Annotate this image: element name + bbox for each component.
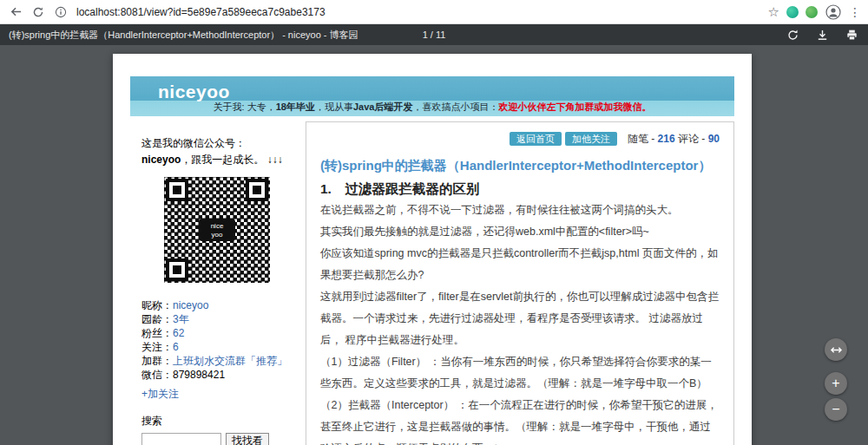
- page-indicator: 1 / 11: [423, 29, 446, 40]
- wechat-intro: 这是我的微信公众号：niceyoo，跟我一起成长。 ↓↓↓: [141, 135, 292, 168]
- qr-code-image: nice yoo: [161, 173, 273, 286]
- print-icon[interactable]: [844, 27, 859, 43]
- extension-icon-1[interactable]: [786, 6, 799, 18]
- profile-row: 粉丝：62: [141, 326, 292, 340]
- stat-part[interactable]: 90: [708, 133, 720, 145]
- document-page: niceyoo 关于我: 大专，18年毕业，现从事Java后端开发，喜欢搞点小项…: [113, 54, 752, 445]
- svg-text:nice: nice: [210, 222, 223, 230]
- profile-row: 园龄：3年: [141, 312, 292, 326]
- intro-text-part: ，跟我一起成长。: [181, 154, 264, 166]
- page-body: 这是我的微信公众号：niceyoo，跟我一起成长。 ↓↓↓: [130, 116, 734, 445]
- profile-label: 昵称：: [141, 299, 173, 311]
- about-text-part: 欢迎小伙伴左下角加群或加我微信。: [498, 101, 651, 112]
- profile-avatar-icon[interactable]: [825, 3, 842, 21]
- fit-page-button[interactable]: [825, 338, 847, 361]
- post-meta-row: 返回首页加他关注 随笔 - 216 评论 - 90: [320, 131, 720, 147]
- profile-value: 879898421: [173, 369, 225, 381]
- about-line: 关于我: 大专，18年毕业，现从事Java后端开发，喜欢搞点小项目：欢迎小伙伴左…: [130, 101, 734, 114]
- pdf-document-title: (转)spring中的拦截器（HandlerInterceptor+Method…: [9, 29, 358, 42]
- about-text-part: Java后端开发: [353, 101, 412, 112]
- about-text-part: 关于我: 大专，: [214, 101, 276, 112]
- back-icon[interactable]: [7, 3, 24, 21]
- about-text-part: ，喜欢搞点小项目：: [412, 101, 498, 112]
- profile-value[interactable]: 3年: [173, 313, 189, 325]
- profile-row: 昵称：niceyoo: [141, 298, 292, 312]
- paragraph: 其实我们最先接触的就是过滤器，还记得web.xml中配置的<filter>吗~: [320, 221, 720, 243]
- post-content: 1. 过滤器跟拦截器的区别在说拦截器之前，不得不说一下过滤器，有时候往往被这两个…: [320, 180, 720, 445]
- nav-buttons: 返回首页加他关注: [510, 132, 617, 146]
- paragraph: （2）拦截器（Interceptor） ：在一个流程正在进行的时候，你希望干预它…: [320, 395, 720, 445]
- search-button[interactable]: 找找看: [226, 433, 269, 445]
- profile-label: 关注：: [141, 341, 173, 353]
- profile-row: 微信：879898421: [141, 368, 292, 382]
- follow-link[interactable]: +加关注: [141, 387, 179, 402]
- zoom-out-button[interactable]: −: [825, 398, 847, 421]
- profile-label: 园龄：: [141, 313, 173, 325]
- stat-part[interactable]: 216: [658, 133, 675, 145]
- extension-icon-2[interactable]: [806, 6, 818, 18]
- browser-chrome-bar: localhost:8081/view?id=5e89e7a589eeca7c9…: [0, 0, 868, 24]
- profile-label: 加群：: [141, 355, 173, 367]
- post-title[interactable]: (转)spring中的拦截器（HandlerInterceptor+Method…: [320, 157, 720, 173]
- about-text-part: ，现从事: [315, 101, 353, 112]
- profile-value[interactable]: 上班划水交流群「推荐」: [173, 355, 287, 367]
- paragraph: 在说拦截器之前，不得不说一下过滤器，有时候往往被这两个词搞的头大。: [320, 200, 720, 221]
- search-input[interactable]: [141, 433, 221, 445]
- profile-value[interactable]: 6: [173, 341, 179, 353]
- pdf-toolbar: (转)spring中的拦截器（HandlerInterceptor+Method…: [0, 24, 868, 45]
- site-header: niceyoo 关于我: 大专，18年毕业，现从事Java后端开发，喜欢搞点小项…: [130, 76, 734, 116]
- paragraph: 你应该知道spring mvc的拦截器是只拦截controller而不拦截jsp…: [320, 243, 720, 286]
- chrome-right-controls: ☆ ⋮: [768, 3, 861, 21]
- bookmark-star-icon[interactable]: ☆: [768, 5, 779, 18]
- download-icon[interactable]: [814, 27, 830, 43]
- profile-row: 加群：上班划水交流群「推荐」: [141, 354, 292, 368]
- intro-text-part: niceyoo: [141, 154, 181, 166]
- url-text[interactable]: localhost:8081/view?id=5e89e7a589eeca7c9…: [76, 6, 326, 18]
- menu-kebab-icon[interactable]: ⋮: [849, 5, 861, 19]
- header-nav-button[interactable]: 返回首页: [510, 132, 562, 146]
- profile-row: 关注：6: [141, 340, 292, 354]
- stat-part: 评论 -: [675, 133, 708, 145]
- profile-label: 微信：: [141, 369, 173, 381]
- paragraph: （1）过滤器（Filter） ：当你有一堆东西的时候，你只希望选择符合你要求的某…: [320, 351, 720, 395]
- zoom-in-button[interactable]: +: [825, 372, 847, 395]
- pdf-viewer-area: niceyoo 关于我: 大专，18年毕业，现从事Java后端开发，喜欢搞点小项…: [0, 45, 868, 445]
- sidebar: 这是我的微信公众号：niceyoo，跟我一起成长。 ↓↓↓: [130, 116, 300, 445]
- pdf-toolbar-actions: [785, 27, 859, 43]
- intro-text-part: 这是我的微信公众号：: [141, 137, 246, 149]
- about-text-part: 18年毕业: [276, 101, 315, 112]
- paragraph: 这就用到过滤器filter了，filter是在servlet前执行的，你也可以理…: [320, 286, 720, 351]
- intro-text-part: ↓↓↓: [264, 154, 282, 166]
- search-section-title: 搜索: [141, 414, 292, 429]
- profile-value[interactable]: 62: [173, 327, 184, 339]
- site-info-icon[interactable]: [52, 3, 69, 21]
- site-logo[interactable]: niceyoo: [158, 82, 230, 102]
- svg-text:yoo: yoo: [211, 231, 222, 239]
- profile-label: 粉丝：: [141, 327, 173, 339]
- refresh-icon[interactable]: [30, 3, 47, 21]
- header-nav-button[interactable]: 加他关注: [565, 132, 617, 146]
- profile-list: 昵称：niceyoo园龄：3年粉丝：62关注：6加群：上班划水交流群「推荐」微信…: [141, 298, 292, 382]
- stat-part: 随笔 -: [628, 133, 658, 145]
- section-heading: 1. 过滤器跟拦截器的区别: [320, 180, 720, 198]
- rotate-icon[interactable]: [785, 27, 800, 43]
- main-content: 返回首页加他关注 随笔 - 216 评论 - 90 (转)spring中的拦截器…: [306, 121, 734, 445]
- blog-stats: 随笔 - 216 评论 - 90: [628, 132, 720, 147]
- search-row: 找找看: [141, 433, 292, 445]
- profile-value[interactable]: niceyoo: [173, 299, 208, 311]
